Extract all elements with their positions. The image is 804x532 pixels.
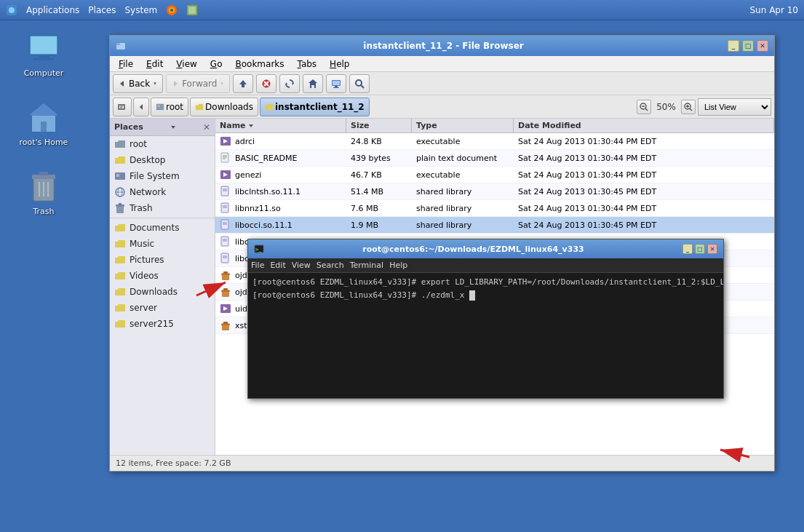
terminal-body[interactable]: [root@centos6 EZDML_linux64_v333]# expor… [248, 273, 723, 398]
desktop: Computer root's Home Trash [0, 20, 804, 532]
taskbar-system[interactable]: System [124, 5, 157, 15]
status-text: 12 items, Free space: 7.2 GB [116, 458, 231, 468]
sidebar-item-videos[interactable]: Videos [110, 268, 215, 284]
svg-rect-58 [116, 174, 119, 177]
root-icon [114, 138, 126, 150]
menu-go[interactable]: Go [204, 57, 228, 71]
forward-button[interactable]: Forward [166, 74, 230, 93]
desktop-icon-home[interactable]: root's Home [15, 97, 73, 150]
search-button[interactable] [349, 74, 370, 93]
term-menu-search[interactable]: Search [317, 261, 344, 270]
sidebar-item-documents[interactable]: Documents [110, 220, 215, 236]
file-type: shared library [412, 202, 514, 215]
svg-rect-9 [38, 55, 49, 58]
edit-address-button[interactable] [113, 98, 132, 116]
table-row[interactable]: libclntsh.so.11.1 51.4 MB shared library… [215, 183, 774, 200]
sidebar-item-filesystem[interactable]: File System [110, 168, 215, 184]
stop-button[interactable] [256, 74, 276, 93]
desktop-icon-computer[interactable]: Computer [15, 28, 73, 81]
menu-help[interactable]: Help [324, 57, 355, 71]
file-icon [220, 152, 231, 164]
menu-file[interactable]: File [113, 57, 139, 71]
col-header-date[interactable]: Date Modified [514, 119, 774, 132]
file-name: libocci.so.11.1 [235, 221, 292, 230]
file-list-header: Name Size Type Date Modified [215, 119, 774, 133]
home-nav-button[interactable] [303, 74, 323, 93]
sidebar-item-network[interactable]: Network [110, 184, 215, 200]
documents-icon [114, 222, 126, 234]
file-date: Sat 24 Aug 2013 01:30:45 PM EDT [514, 218, 774, 232]
up-button[interactable] [233, 74, 253, 93]
sidebar-close-button[interactable]: ✕ [203, 122, 210, 132]
sidebar-item-downloads[interactable]: Downloads [110, 284, 215, 300]
sidebar-dropdown-icon[interactable] [170, 124, 177, 131]
col-header-size[interactable]: Size [346, 119, 412, 132]
svg-marker-45 [196, 103, 203, 110]
col-header-name[interactable]: Name [215, 119, 346, 132]
sidebar-item-root[interactable]: root [110, 136, 215, 152]
taskbar-places[interactable]: Places [88, 5, 116, 15]
sidebar-item-music[interactable]: Music [110, 236, 215, 252]
svg-marker-67 [115, 256, 125, 263]
term-menu-terminal[interactable]: Terminal [350, 261, 384, 270]
taskbar-firefox-icon[interactable] [166, 4, 178, 16]
table-row[interactable]: genezi 46.7 KB executable Sat 24 Aug 201… [215, 167, 774, 183]
table-row[interactable]: adrci 24.8 KB executable Sat 24 Aug 2013… [215, 133, 774, 150]
menu-edit[interactable]: Edit [140, 57, 169, 71]
file-date: Sat 24 Aug 2013 01:30:44 PM EDT [514, 202, 774, 215]
terminal-menu: File Edit View Search Terminal Help [248, 258, 723, 273]
svg-rect-98 [223, 271, 228, 274]
sidebar-trash-label: Trash [130, 203, 153, 213]
view-mode-select[interactable]: List View Icon View Compact View [698, 98, 771, 116]
music-icon [114, 238, 126, 250]
computer-label: Computer [24, 68, 64, 78]
file-icon [220, 202, 231, 214]
term-menu-help[interactable]: Help [389, 261, 407, 270]
desktop-icon-trash[interactable]: Trash [15, 166, 73, 219]
file-browser-icon [116, 41, 126, 51]
file-size: 439 bytes [346, 151, 412, 165]
zoom-out-button[interactable] [637, 100, 651, 114]
file-size: 46.7 KB [346, 168, 412, 182]
taskbar-extra-icon[interactable] [186, 4, 198, 16]
breadcrumb-downloads[interactable]: Downloads [190, 98, 258, 116]
maximize-button[interactable]: □ [742, 40, 754, 52]
terminal-maximize[interactable]: □ [695, 244, 705, 254]
breadcrumb-prev-button[interactable] [133, 98, 149, 116]
term-menu-file[interactable]: File [251, 261, 264, 270]
table-row[interactable]: BASIC_README 439 bytes plain text docume… [215, 150, 774, 167]
svg-rect-36 [333, 87, 339, 88]
terminal-minimize[interactable]: _ [682, 244, 693, 254]
term-menu-edit[interactable]: Edit [270, 261, 285, 270]
zoom-in-button[interactable] [681, 100, 696, 114]
taskbar-applications[interactable]: Applications [26, 5, 79, 15]
term-menu-view[interactable]: View [292, 261, 311, 270]
terminal-close[interactable]: ✕ [707, 244, 717, 254]
menu-tabs[interactable]: Tabs [292, 57, 323, 71]
sidebar-item-trash[interactable]: Trash [110, 200, 215, 216]
reload-button[interactable] [279, 74, 300, 93]
svg-marker-66 [115, 240, 125, 247]
terminal-line-2: [root@centos6 EZDML_linux64_v333]# ./ezd… [252, 289, 719, 302]
svg-rect-21 [116, 43, 120, 45]
menu-bookmarks[interactable]: Bookmarks [229, 57, 290, 71]
downloads-icon [114, 286, 126, 298]
svg-marker-71 [115, 320, 125, 327]
breadcrumb-instantclient[interactable]: instantclient_11_2 [260, 98, 370, 116]
sidebar-item-server215[interactable]: server215 [110, 316, 215, 332]
sidebar-item-desktop[interactable]: Desktop [110, 152, 215, 168]
sidebar-item-server[interactable]: server [110, 300, 215, 316]
close-button[interactable]: ✕ [757, 40, 768, 52]
computer-nav-button[interactable] [326, 74, 346, 93]
network-icon [114, 186, 126, 198]
menu-view[interactable]: View [170, 57, 202, 71]
svg-marker-54 [171, 126, 175, 129]
back-button[interactable]: Back [113, 74, 163, 93]
table-row[interactable]: libnnz11.so 7.6 MB shared library Sat 24… [215, 200, 774, 217]
svg-rect-107 [221, 324, 230, 325]
sidebar-item-pictures[interactable]: Pictures [110, 252, 215, 268]
minimize-button[interactable]: _ [728, 40, 739, 52]
table-row[interactable]: libocci.so.11.1 1.9 MB shared library Sa… [215, 217, 774, 234]
breadcrumb-root[interactable]: root [151, 98, 188, 116]
col-header-type[interactable]: Type [412, 119, 514, 132]
